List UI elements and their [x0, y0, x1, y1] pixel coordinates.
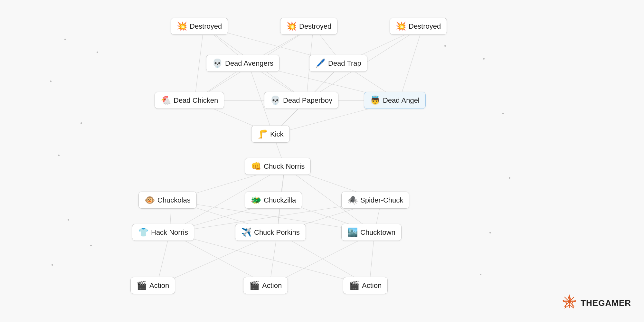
node-icon-hack_norris: 👕: [138, 227, 148, 237]
node-label-action1: Action: [149, 281, 169, 290]
node-chuck_porkins[interactable]: ✈️Chuck Porkins: [235, 224, 306, 241]
node-icon-action1: 🎬: [137, 280, 147, 290]
node-icon-chuck_porkins: ✈️: [241, 227, 251, 237]
decorative-dot: [68, 219, 69, 221]
decorative-dot: [80, 122, 82, 124]
node-icon-chuckzilla: 🐲: [251, 195, 261, 205]
node-dead_avengers[interactable]: 💀Dead Avengers: [206, 55, 279, 72]
node-destroyed3[interactable]: 💥Destroyed: [390, 18, 447, 35]
node-label-hack_norris: Hack Norris: [151, 228, 188, 237]
decorative-dot: [489, 232, 491, 233]
node-spider_chuck[interactable]: 🕷️Spider-Chuck: [341, 192, 409, 209]
node-label-destroyed3: Destroyed: [409, 22, 441, 31]
node-kick[interactable]: 🦵Kick: [251, 126, 290, 143]
node-icon-spider_chuck: 🕷️: [347, 195, 358, 205]
node-icon-kick: 🦵: [257, 129, 268, 139]
node-action3[interactable]: 🎬Action: [343, 277, 388, 294]
brand-icon: [561, 294, 577, 312]
node-label-destroyed1: Destroyed: [190, 22, 222, 31]
node-icon-chucktown: 🏙️: [347, 227, 358, 237]
node-action2[interactable]: 🎬Action: [243, 277, 288, 294]
decorative-dot: [58, 155, 60, 156]
node-dead_paperboy[interactable]: 💀Dead Paperboy: [264, 92, 338, 109]
node-label-dead_avengers: Dead Avengers: [225, 59, 273, 68]
node-icon-dead_paperboy: 💀: [270, 95, 280, 105]
node-label-chucktown: Chucktown: [360, 228, 395, 237]
node-hack_norris[interactable]: 👕Hack Norris: [132, 224, 194, 241]
node-dead_angel[interactable]: 👼Dead Angel: [364, 92, 426, 109]
node-label-action3: Action: [362, 281, 382, 290]
node-icon-chuckolas: 🐵: [145, 195, 155, 205]
node-chucktown[interactable]: 🏙️Chucktown: [341, 224, 402, 241]
node-icon-dead_chicken: 🐔: [161, 95, 171, 105]
decorative-dot: [480, 274, 481, 275]
node-label-spider_chuck: Spider-Chuck: [360, 196, 403, 204]
node-icon-action3: 🎬: [349, 280, 359, 290]
node-action1[interactable]: 🎬Action: [130, 277, 175, 294]
node-icon-destroyed3: 💥: [396, 21, 406, 31]
decorative-dot: [509, 177, 510, 179]
brand-name: THEGAMER: [581, 298, 631, 308]
svg-line-2: [194, 27, 204, 101]
node-icon-dead_trap: 🖊️: [315, 58, 326, 68]
node-label-dead_angel: Dead Angel: [383, 96, 420, 105]
node-label-chuckzilla: Chuckzilla: [264, 196, 296, 204]
node-icon-action2: 🎬: [249, 280, 260, 290]
node-label-action2: Action: [262, 281, 282, 290]
decorative-dot: [64, 39, 66, 40]
node-destroyed1[interactable]: 💥Destroyed: [171, 18, 228, 35]
node-label-chuck_porkins: Chuck Porkins: [254, 228, 300, 237]
node-dead_trap[interactable]: 🖊️Dead Trap: [309, 55, 367, 72]
decorative-dot: [50, 80, 52, 82]
decorative-dot: [483, 58, 485, 60]
decorative-dot: [90, 245, 92, 246]
node-label-dead_paperboy: Dead Paperboy: [283, 96, 332, 105]
node-icon-destroyed2: 💥: [286, 21, 297, 31]
node-icon-destroyed1: 💥: [177, 21, 187, 31]
decorative-dot: [97, 52, 98, 53]
decorative-dot: [502, 113, 504, 114]
node-icon-dead_angel: 👼: [370, 95, 380, 105]
node-chuckolas[interactable]: 🐵Chuckolas: [138, 192, 197, 209]
decorative-dot: [444, 45, 446, 47]
node-chuckzilla[interactable]: 🐲Chuckzilla: [245, 192, 302, 209]
node-icon-dead_avengers: 💀: [212, 58, 223, 68]
decorative-dot: [52, 264, 53, 266]
node-destroyed2[interactable]: 💥Destroyed: [280, 18, 337, 35]
node-label-dead_trap: Dead Trap: [328, 59, 361, 68]
svg-line-7: [399, 27, 423, 101]
node-label-destroyed2: Destroyed: [299, 22, 331, 31]
node-label-chuck_norris: Chuck Norris: [264, 162, 305, 171]
brand-logo-area: THEGAMER: [561, 294, 631, 312]
node-chuck_norris[interactable]: 👊Chuck Norris: [245, 158, 311, 175]
node-dead_chicken[interactable]: 🐔Dead Chicken: [155, 92, 224, 109]
node-icon-chuck_norris: 👊: [251, 161, 261, 171]
node-label-kick: Kick: [270, 130, 284, 138]
node-label-chuckolas: Chuckolas: [157, 196, 191, 204]
node-label-dead_chicken: Dead Chicken: [174, 96, 218, 105]
